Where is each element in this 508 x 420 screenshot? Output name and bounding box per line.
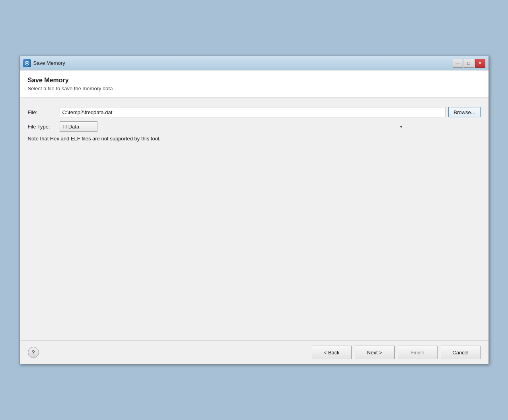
save-memory-dialog: Save Memory — □ ✕ Save Memory Select a f…: [19, 56, 489, 364]
minimize-button[interactable]: —: [453, 59, 463, 68]
file-label: File:: [28, 109, 60, 115]
svg-point-1: [26, 62, 28, 64]
next-button[interactable]: Next >: [355, 346, 395, 359]
dialog-subtitle: Select a file to save the memory data: [28, 86, 481, 91]
file-input[interactable]: [60, 107, 446, 117]
browse-button[interactable]: Browse...: [448, 107, 480, 117]
title-bar-left: Save Memory: [23, 59, 65, 67]
note-text: Note that Hex and ELF files are not supp…: [28, 136, 481, 142]
file-type-row: File Type: TI Data Binary Intel Hex Moto…: [28, 121, 481, 132]
window-title: Save Memory: [33, 60, 65, 66]
footer-section: ? < Back Next > Finish Cancel: [20, 340, 489, 364]
help-button[interactable]: ?: [28, 347, 39, 358]
finish-button[interactable]: Finish: [398, 346, 438, 359]
back-button[interactable]: < Back: [312, 346, 352, 359]
footer-left: ?: [28, 347, 39, 358]
dialog-title: Save Memory: [28, 77, 481, 84]
maximize-button[interactable]: □: [464, 59, 474, 68]
title-bar: Save Memory — □ ✕: [20, 56, 489, 70]
cancel-button[interactable]: Cancel: [441, 346, 481, 359]
footer-right: < Back Next > Finish Cancel: [312, 346, 481, 359]
window-icon: [23, 59, 31, 67]
content-section: File: Browse... File Type: TI Data Binar…: [20, 97, 489, 340]
chevron-down-icon: ▼: [399, 124, 403, 129]
file-type-select-wrapper: TI Data Binary Intel Hex Motorola S ▼: [60, 121, 406, 132]
content-spacer: [28, 142, 481, 332]
header-section: Save Memory Select a file to save the me…: [20, 70, 489, 97]
title-bar-controls: — □ ✕: [453, 59, 485, 68]
file-type-label: File Type:: [28, 124, 60, 130]
file-input-container: Browse...: [60, 107, 481, 117]
close-button[interactable]: ✕: [475, 59, 485, 68]
file-row: File: Browse...: [28, 107, 481, 117]
file-type-select[interactable]: TI Data Binary Intel Hex Motorola S: [60, 121, 97, 132]
